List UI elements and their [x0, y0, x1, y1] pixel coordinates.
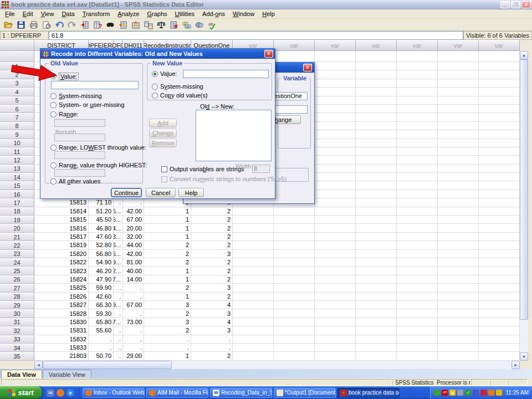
horizontal-scroll-thumb[interactable]: [43, 361, 172, 369]
cell[interactable]: 15831: [34, 326, 89, 335]
row-number[interactable]: 5: [0, 96, 34, 105]
cell[interactable]: 46.20: [89, 267, 114, 275]
cell[interactable]: [315, 224, 356, 232]
cell[interactable]: [356, 275, 397, 284]
cell[interactable]: [315, 79, 356, 88]
cell[interactable]: [274, 233, 315, 241]
cell[interactable]: .: [123, 198, 144, 207]
cell[interactable]: [438, 293, 479, 301]
cell[interactable]: 2: [191, 352, 233, 360]
cell[interactable]: [479, 62, 520, 70]
cell[interactable]: [356, 147, 397, 156]
output-strings-label[interactable]: Output variables are strings: [170, 166, 244, 172]
cell[interactable]: [479, 190, 520, 198]
copy-old-values-radio[interactable]: [152, 93, 158, 99]
cell[interactable]: .: [191, 344, 233, 352]
cell[interactable]: [479, 258, 520, 267]
gray-device-tray-icon[interactable]: [457, 390, 463, 396]
cell[interactable]: [479, 165, 520, 173]
cell[interactable]: 65.80: [89, 318, 114, 326]
cell[interactable]: .: [114, 198, 123, 207]
cell[interactable]: 15824: [34, 275, 89, 284]
cell[interactable]: 6...: [114, 207, 123, 216]
row-number[interactable]: 21: [0, 233, 34, 241]
cell[interactable]: [479, 173, 520, 181]
cell[interactable]: [479, 70, 520, 79]
cell[interactable]: 9...: [114, 301, 123, 309]
cell[interactable]: [233, 293, 274, 301]
output-dialog-close-icon[interactable]: ✕: [303, 64, 312, 71]
cell[interactable]: .: [89, 344, 114, 352]
row-number[interactable]: 4: [0, 88, 34, 96]
help-button[interactable]: Help: [178, 188, 204, 197]
cell[interactable]: [479, 250, 520, 258]
cell[interactable]: 15817: [34, 233, 89, 241]
menu-view[interactable]: View: [37, 10, 58, 18]
cell[interactable]: [356, 173, 397, 181]
outlook-quicklaunch-icon[interactable]: ✉: [47, 389, 54, 397]
cell[interactable]: .: [191, 335, 233, 344]
new-value-radio[interactable]: [152, 71, 158, 77]
cell[interactable]: [356, 165, 397, 173]
cell[interactable]: [479, 139, 520, 147]
cell[interactable]: 15825: [34, 284, 89, 292]
cell[interactable]: [397, 181, 438, 190]
copy-old-values-label[interactable]: Copy old value(s): [160, 92, 208, 99]
cell[interactable]: [274, 335, 315, 344]
cell[interactable]: 1: [144, 233, 191, 241]
cell[interactable]: [233, 267, 274, 275]
column-header-var[interactable]: var: [397, 40, 438, 51]
cell[interactable]: [315, 139, 356, 147]
range-radio-label[interactable]: Range:: [59, 111, 78, 117]
cell[interactable]: [315, 250, 356, 258]
split-file-icon[interactable]: [142, 19, 154, 30]
row-number[interactable]: 12: [0, 156, 34, 164]
cell[interactable]: [356, 105, 397, 113]
cell[interactable]: [274, 318, 315, 326]
range-radio[interactable]: [50, 111, 57, 117]
cell[interactable]: [315, 309, 356, 318]
cell[interactable]: [438, 250, 479, 258]
row-number[interactable]: 6: [0, 105, 34, 113]
recode-dialog-close-icon[interactable]: ✕: [264, 50, 273, 58]
weight-cases-icon[interactable]: [155, 19, 167, 30]
cell[interactable]: [438, 344, 479, 352]
cell[interactable]: [315, 165, 356, 173]
cell[interactable]: [315, 335, 356, 344]
cell[interactable]: [315, 105, 356, 113]
cell[interactable]: 59.30: [89, 309, 114, 318]
cell[interactable]: [356, 250, 397, 258]
cell[interactable]: [438, 267, 479, 275]
cell[interactable]: [438, 335, 479, 344]
all-other-values-radio[interactable]: [50, 178, 57, 185]
cell[interactable]: [397, 284, 438, 292]
cell[interactable]: 21803: [34, 352, 89, 360]
security-shield-tray-icon[interactable]: [496, 390, 502, 396]
menu-analyze[interactable]: Analyze: [114, 10, 143, 18]
cell[interactable]: [274, 207, 315, 216]
menu-add-ons[interactable]: Add-ons: [198, 10, 229, 18]
cell[interactable]: [397, 105, 438, 113]
menu-transform[interactable]: Transform: [79, 10, 114, 18]
cell[interactable]: 52.80: [89, 241, 114, 249]
range-highest-input[interactable]: [54, 169, 105, 177]
cell[interactable]: 1: [144, 352, 191, 360]
add-button[interactable]: Add: [149, 119, 177, 127]
cell[interactable]: [438, 275, 479, 284]
cell[interactable]: [397, 216, 438, 224]
cell[interactable]: [356, 301, 397, 309]
cell[interactable]: 67.00: [123, 216, 144, 224]
cell[interactable]: 3: [144, 301, 191, 309]
close-button[interactable]: ✕: [521, 1, 531, 8]
cell[interactable]: 2...: [114, 267, 123, 275]
cell[interactable]: [356, 335, 397, 344]
row-number[interactable]: 34: [0, 344, 34, 352]
row-number[interactable]: 20: [0, 224, 34, 232]
cell[interactable]: 40.00: [123, 267, 144, 275]
cell[interactable]: [397, 62, 438, 70]
cell[interactable]: [438, 105, 479, 113]
cell[interactable]: [479, 309, 520, 318]
dialog-recall-icon[interactable]: [40, 19, 52, 30]
cell[interactable]: 54.90: [89, 258, 114, 267]
cell[interactable]: [438, 147, 479, 156]
